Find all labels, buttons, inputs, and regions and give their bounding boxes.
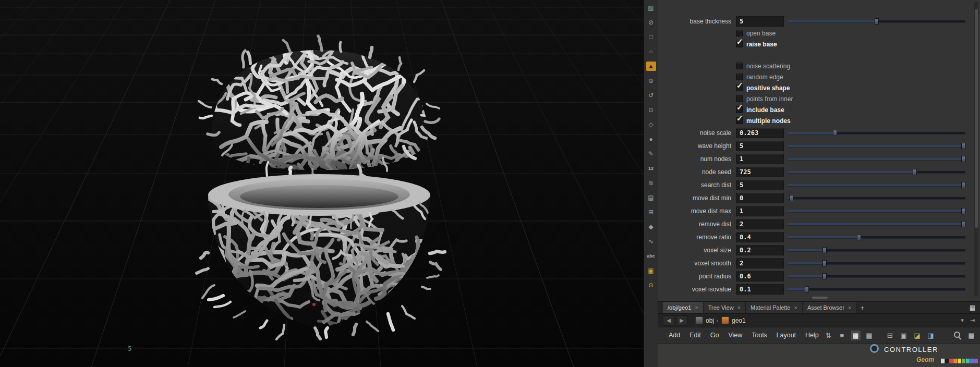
slider-handle[interactable] <box>961 156 965 162</box>
network-editor-pane[interactable]: CONTROLLER Geom <box>658 343 980 367</box>
param-slider[interactable] <box>788 207 965 214</box>
checkbox[interactable] <box>736 63 743 69</box>
search-icon[interactable] <box>953 331 963 340</box>
slider-handle[interactable] <box>961 182 965 188</box>
slider-handle[interactable] <box>789 195 793 201</box>
handle-tool-icon[interactable]: ◇ <box>646 120 656 129</box>
param-slider[interactable] <box>788 273 965 279</box>
pane-tab-material-palette[interactable]: Material Palette× <box>746 302 803 313</box>
slider-handle[interactable] <box>857 234 861 240</box>
param-slider[interactable] <box>788 221 965 227</box>
param-slider[interactable] <box>788 286 965 292</box>
tab-close-icon[interactable]: × <box>695 304 698 311</box>
forward-button[interactable]: ▶ <box>676 315 687 326</box>
slider-handle[interactable] <box>805 286 809 292</box>
grid-snap-icon[interactable]: ⊞ <box>646 207 656 217</box>
dependency-icon[interactable]: ⊟ <box>885 331 895 340</box>
scroll-grip[interactable] <box>812 297 828 299</box>
param-value-field[interactable]: 5 <box>736 141 784 151</box>
pane-menu-icon[interactable]: ▦ <box>970 304 975 311</box>
slider-handle[interactable] <box>913 169 917 175</box>
breadcrumb-obj[interactable]: obj <box>706 317 714 324</box>
pane-layout-icon[interactable]: ▦ <box>966 331 976 340</box>
checkbox[interactable]: ✓ <box>736 117 743 124</box>
new-tab-button[interactable]: + <box>856 302 868 313</box>
menu-tools[interactable]: Tools <box>747 332 771 339</box>
param-value-field[interactable]: 0.263 <box>736 128 784 138</box>
checkbox[interactable] <box>736 74 743 80</box>
pane-tab-tree-view[interactable]: Tree View× <box>704 302 746 313</box>
param-slider[interactable] <box>788 181 965 188</box>
color-swatch[interactable] <box>966 359 970 363</box>
path-pin-icon[interactable]: ⇥ <box>970 317 975 324</box>
detail-view-icon[interactable]: ▤ <box>864 331 874 340</box>
param-value-field[interactable]: 1 <box>736 206 784 216</box>
param-value-field[interactable]: 2 <box>736 219 784 229</box>
scrollbar-thumb[interactable] <box>975 9 978 228</box>
param-slider[interactable] <box>788 260 965 266</box>
color-swatch[interactable] <box>945 359 949 363</box>
param-value-field[interactable]: 0.2 <box>736 245 784 255</box>
menu-view[interactable]: View <box>723 332 747 339</box>
snap-point-icon[interactable]: ● <box>646 134 656 144</box>
tab-close-icon[interactable]: × <box>794 304 797 311</box>
param-slider[interactable] <box>788 18 965 25</box>
param-value-field[interactable]: 0.4 <box>736 232 784 242</box>
param-slider[interactable] <box>788 129 965 136</box>
param-value-field[interactable]: 725 <box>736 167 784 177</box>
export-icon[interactable]: ◪ <box>912 331 922 340</box>
pivot-icon[interactable]: ◆ <box>646 222 656 231</box>
checkbox[interactable]: ✓ <box>736 106 743 113</box>
frame-number-icon[interactable]: 12 <box>646 164 656 173</box>
color-palette[interactable] <box>941 359 978 363</box>
rotate-tool-icon[interactable]: ↺ <box>646 91 656 100</box>
pane-tab-asset-browser[interactable]: Asset Browser× <box>803 302 856 313</box>
path-dropdown-icon[interactable]: ▾ <box>961 317 964 324</box>
param-value-field[interactable]: 0 <box>736 193 784 203</box>
curve-icon[interactable]: ∿ <box>646 237 656 246</box>
param-value-field[interactable]: 0.6 <box>736 271 784 282</box>
color-swatch[interactable] <box>962 359 965 363</box>
menu-layout[interactable]: Layout <box>772 332 801 339</box>
palette-toggle-icon[interactable]: ◨ <box>926 331 936 340</box>
param-scrollbar[interactable] <box>974 2 978 297</box>
color-swatch[interactable] <box>958 359 961 363</box>
slider-handle[interactable] <box>961 221 965 227</box>
menu-help[interactable]: Help <box>801 332 824 339</box>
material-flag-icon[interactable]: ▣ <box>646 266 656 275</box>
sort-icon[interactable]: ⇅ <box>824 331 833 340</box>
checkbox[interactable] <box>736 95 743 102</box>
param-value-field[interactable]: 5 <box>736 180 784 190</box>
menu-add[interactable]: Add <box>664 332 685 339</box>
menu-edit[interactable]: Edit <box>685 332 706 339</box>
list-view-icon[interactable]: ≡ <box>837 331 847 340</box>
translate-tool-icon[interactable]: ⊕ <box>646 76 656 85</box>
pane-tab--obj-geo1[interactable]: /obj/geo1× <box>663 302 704 313</box>
slider-handle[interactable] <box>822 247 827 253</box>
back-button[interactable]: ◀ <box>663 315 674 326</box>
param-slider[interactable] <box>788 142 965 149</box>
tab-close-icon[interactable]: × <box>737 304 741 311</box>
color-swatch[interactable] <box>941 359 945 363</box>
color-swatch[interactable] <box>949 359 953 363</box>
tab-close-icon[interactable]: × <box>848 304 851 311</box>
param-value-field[interactable]: 2 <box>736 258 784 268</box>
param-slider[interactable] <box>788 247 965 253</box>
checkbox[interactable]: ✓ <box>736 84 743 91</box>
layer-display-icon[interactable]: ▤ <box>646 193 656 202</box>
lock-flag-icon[interactable]: ⊙ <box>646 280 656 290</box>
view-mode-icon[interactable]: ○ <box>646 47 656 56</box>
param-slider[interactable] <box>788 155 965 162</box>
param-slider[interactable] <box>788 168 965 175</box>
slider-handle[interactable] <box>822 273 827 279</box>
param-value-field[interactable]: 5 <box>736 16 784 27</box>
slider-handle[interactable] <box>833 130 837 136</box>
notes-icon[interactable]: ▣ <box>899 331 909 340</box>
param-slider[interactable] <box>788 194 965 201</box>
param-value-field[interactable]: 1 <box>736 154 784 164</box>
checkbox[interactable]: ✓ <box>736 41 743 47</box>
select-tool-icon[interactable]: ▲ <box>646 62 656 71</box>
slider-handle[interactable] <box>875 18 879 25</box>
param-value-field[interactable]: 0.1 <box>736 284 784 295</box>
checkbox[interactable] <box>736 30 743 36</box>
